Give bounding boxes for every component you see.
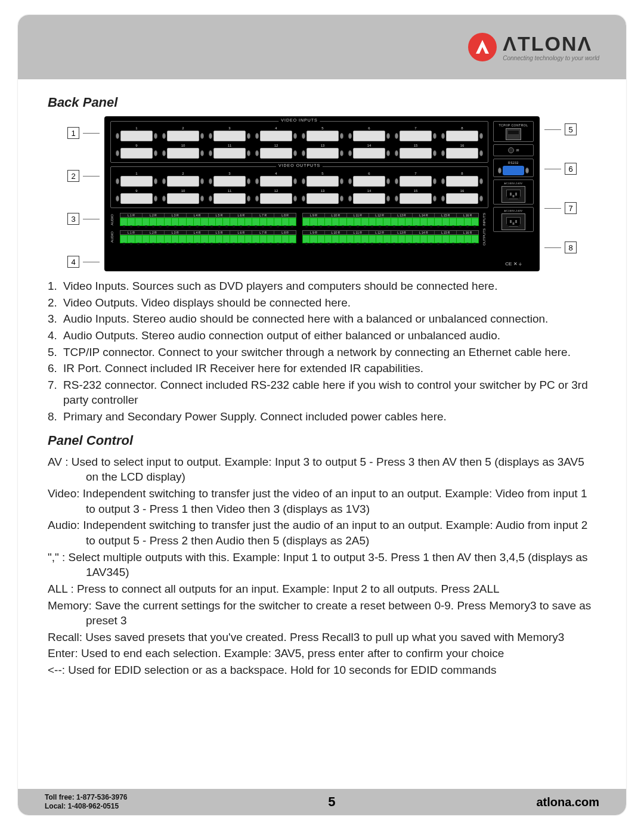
audio-channel-label: L 2 R	[143, 231, 165, 234]
back-panel-diagram: 1 2 3 4 VIDEO INPUTS 12345678 9101112131…	[48, 116, 596, 271]
rear-panel-drawing: VIDEO INPUTS 12345678 910111213141516 VI…	[104, 116, 540, 271]
audio-terminal	[383, 236, 391, 243]
callout-box: 4	[67, 256, 79, 268]
iec-inlet-icon	[501, 213, 525, 230]
callouts-right: 5 6 7 8	[544, 116, 577, 271]
dvi-port: 12	[254, 189, 298, 204]
audio-terminal	[260, 218, 267, 225]
audio-terminal	[310, 236, 317, 243]
port-number: 9	[135, 189, 137, 193]
video-outputs-title: VIDEO OUTPUTS	[276, 163, 323, 168]
power-section-2: AC100V-240V	[493, 207, 534, 232]
panel-control-line: Video: Independent switching to transfer…	[48, 486, 596, 516]
audio-terminal	[428, 236, 435, 243]
port-number: 7	[414, 172, 416, 175]
callout-1: 1	[67, 127, 100, 139]
port-number: 16	[460, 144, 465, 147]
list-item-text: Video Outputs. Video displays should be …	[63, 295, 351, 311]
audio-terminal	[361, 236, 369, 243]
audio-channel-label: L 14 R	[413, 213, 435, 217]
audio-terminal	[216, 218, 223, 225]
audio-terminal	[318, 218, 325, 225]
port-number: 8	[461, 126, 463, 130]
dvi-port: 12	[254, 144, 298, 159]
callout-box: 2	[67, 170, 79, 182]
list-item-number: 4.	[48, 328, 60, 343]
dvi-port: 7	[394, 126, 438, 141]
dvi-port: 15	[394, 189, 438, 204]
video-inputs-section: VIDEO INPUTS 12345678 910111213141516	[110, 121, 488, 163]
audio-terminal	[260, 236, 267, 243]
port-number: 1	[135, 126, 137, 130]
audio-channel-label: L 5 R	[209, 231, 231, 234]
audio-terminal	[376, 236, 383, 243]
ce-text: CE ✕ ⏚	[505, 261, 522, 267]
list-item-text: TCP/IP connector. Connect to your switch…	[63, 345, 571, 360]
list-item-text: Audio Inputs. Stereo audio should be con…	[63, 311, 548, 327]
audio-terminal	[252, 218, 259, 225]
callout-5: 5	[544, 123, 577, 135]
audio-terminal	[310, 218, 317, 225]
audio-terminal	[420, 236, 428, 243]
audio-terminal	[128, 218, 135, 225]
dvi-port: 13	[301, 189, 345, 204]
audio-labels: L 1 RL 2 RL 3 RL 4 RL 5 RL 6 RL 7 RL 8 R	[120, 213, 296, 218]
dvi-port: 4	[254, 172, 298, 187]
audio-channel-label: L 7 R	[252, 213, 274, 217]
dvi-port: 8	[440, 172, 484, 187]
dvi-port: 14	[347, 189, 391, 204]
rj45-port-icon	[506, 128, 521, 140]
port-number: 14	[367, 144, 371, 147]
audio-terminal	[128, 236, 135, 243]
audio-labels: L 9 RL 10 RL 11 RL 12 RL 13 RL 14 RL 15 …	[302, 230, 479, 235]
list-item-number: 6.	[48, 361, 60, 376]
audio-terminal	[442, 236, 450, 243]
audio-channel-label: L 14 R	[413, 231, 435, 234]
audio-terminal	[194, 236, 201, 243]
audio-terminals	[302, 218, 479, 226]
audio-terminal	[391, 236, 398, 243]
dvi-port: 15	[394, 144, 438, 159]
port-number: 2	[182, 172, 184, 175]
list-item-number: 3.	[48, 311, 60, 327]
audio-terminal	[187, 218, 194, 225]
port-number: 10	[181, 144, 185, 147]
port-number: 15	[414, 189, 418, 193]
dvi-port: 4	[254, 126, 298, 141]
dvi-port: 1	[114, 126, 159, 141]
audio-section: AUDIO L 1 RL 2 RL 3 RL 4 RL 5 RL 6 RL 7 …	[110, 213, 488, 246]
ir-port-icon	[508, 147, 514, 153]
dvi-port: 3	[208, 126, 252, 141]
audio-terminal	[289, 218, 296, 225]
audio-terminal	[157, 218, 164, 225]
audio-channel-label: L 3 R	[165, 231, 187, 234]
audio-terminal	[303, 218, 310, 225]
list-item: 4.Audio Outputs. Stereo audio connection…	[48, 328, 596, 343]
ir-label: IR	[516, 148, 519, 152]
dvi-port: 5	[301, 126, 345, 141]
audio-terminal	[245, 218, 252, 225]
audio-terminal	[428, 218, 435, 225]
video-outputs-section: VIDEO OUTPUTS 12345678 910111213141516	[110, 166, 488, 208]
audio-terminal	[332, 218, 339, 225]
audio-terminal	[194, 218, 201, 225]
list-item-number: 5.	[48, 345, 60, 360]
audio-terminal	[230, 218, 237, 225]
audio-terminal	[457, 236, 464, 243]
audio-terminal	[201, 218, 208, 225]
callout-8: 8	[544, 241, 577, 253]
panel-control-line: AV : Used to select input to output. Exa…	[48, 454, 596, 485]
callout-box: 5	[565, 123, 577, 135]
dvi-port: 6	[347, 172, 391, 187]
dvi-port: 3	[208, 172, 252, 187]
audio-rot-label-audio: AUDIO	[110, 214, 116, 225]
audio-channel-label: L 4 R	[187, 231, 209, 234]
audio-terminal	[420, 218, 428, 225]
callout-6: 6	[544, 163, 577, 175]
audio-terminals	[120, 218, 296, 226]
audio-terminal	[282, 236, 289, 243]
port-number: 12	[274, 144, 278, 147]
audio-channel-label: L 10 R	[325, 231, 347, 234]
dvi-port: 11	[208, 189, 252, 204]
list-item-number: 2.	[48, 295, 60, 311]
